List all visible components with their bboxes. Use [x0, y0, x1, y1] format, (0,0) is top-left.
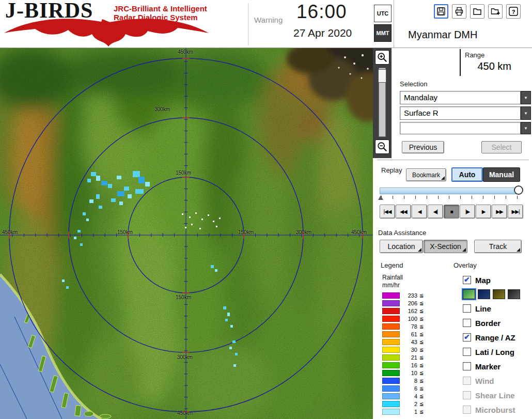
x-section-button[interactable]: X-Section: [424, 240, 467, 253]
overlay-marker-checkbox[interactable]: [463, 362, 471, 370]
product-dropdown[interactable]: Surface R ▼: [400, 106, 531, 120]
control-panel: Range 450 km Selection Mandalay ▼ Surfac…: [373, 48, 532, 419]
playback-prev-frame-button[interactable]: ◀|: [428, 205, 443, 219]
playback-fast-forward-button[interactable]: ▶▶: [492, 205, 507, 219]
playback-next-frame-button[interactable]: |▶: [460, 205, 475, 219]
overlay-border-checkbox[interactable]: [463, 319, 471, 327]
legend-value: 10: [404, 370, 417, 376]
zoom-slider-thumb[interactable]: [378, 69, 386, 83]
map-style-terrain-swatch[interactable]: [463, 289, 475, 299]
legend-value: 2: [404, 401, 417, 407]
legend-color-swatch: [382, 323, 400, 330]
legend-color-swatch: [382, 401, 400, 407]
legend-color-swatch: [382, 316, 400, 322]
open-folder-button[interactable]: [470, 4, 484, 19]
legend-title-line1: Rainfall: [382, 274, 403, 282]
menu-corner-icon: [441, 176, 445, 180]
overlay-line-label: Line: [475, 304, 491, 313]
menu-corner-icon: [517, 248, 520, 252]
playback-fast-rewind-button[interactable]: ◀◀: [396, 205, 411, 219]
option-dropdown[interactable]: ▼: [400, 122, 531, 134]
legend-color-swatch: [382, 354, 400, 361]
legend-row: 206≦: [382, 299, 424, 307]
playback-stop-button[interactable]: ■: [444, 205, 459, 219]
overlay-map[interactable]: Map: [463, 273, 530, 287]
timeline-track[interactable]: [380, 188, 519, 194]
previous-button[interactable]: Previous: [402, 141, 444, 153]
timeline-start-marker-icon: [378, 195, 383, 200]
selection-label: Selection: [400, 80, 427, 88]
playback-skip-start-button[interactable]: |◀◀: [380, 205, 395, 219]
map-style-navy-swatch[interactable]: [478, 289, 490, 299]
warning-label[interactable]: Warning: [254, 15, 283, 24]
product-dropdown-value[interactable]: Surface R: [400, 106, 521, 120]
timeline-tick: [438, 196, 439, 199]
less-equal-icon: ≦: [419, 316, 424, 321]
overlay-lati-long-checkbox[interactable]: [463, 348, 471, 356]
import-export-button[interactable]: [488, 4, 503, 19]
zoom-out-button[interactable]: [375, 139, 389, 154]
map-style-gray-swatch[interactable]: [508, 289, 520, 299]
replay-timeline[interactable]: [380, 185, 525, 203]
overlay-marker[interactable]: Marker: [463, 359, 530, 374]
overlay-lati-long[interactable]: Lati / Long: [463, 345, 530, 359]
overlay-map-checkbox[interactable]: [463, 276, 471, 284]
less-equal-icon: ≦: [419, 393, 424, 399]
overlay-range-az[interactable]: Range / AZ: [463, 330, 530, 345]
chevron-down-icon[interactable]: ▼: [521, 122, 531, 134]
playback-skip-end-button[interactable]: ▶▶|: [508, 205, 523, 219]
radar-map-svg[interactable]: [0, 48, 373, 419]
chevron-down-icon[interactable]: ▼: [521, 106, 531, 120]
zoom-in-button[interactable]: [375, 50, 389, 65]
legend-color-swatch: [382, 339, 400, 345]
overlay-line-checkbox[interactable]: [463, 304, 471, 313]
option-dropdown-value[interactable]: [400, 122, 521, 134]
legend-value: 4: [404, 393, 417, 399]
bookmark-button[interactable]: Bookmark: [406, 168, 446, 181]
print-button[interactable]: [452, 4, 466, 19]
legend-color-swatch: [382, 393, 400, 399]
zoom-slider[interactable]: [379, 68, 386, 137]
save-button[interactable]: [434, 4, 448, 19]
overlay-shear-line[interactable]: Shear Line: [463, 388, 530, 402]
overlay-line[interactable]: Line: [463, 301, 530, 316]
location-button[interactable]: Location: [380, 240, 423, 253]
timeline-tick: [460, 196, 461, 199]
replay-label: Replay: [381, 166, 402, 174]
site-dropdown-value[interactable]: Mandalay: [400, 91, 521, 104]
legend-value: 162: [404, 308, 417, 314]
select-button[interactable]: Select: [481, 141, 522, 153]
help-button[interactable]: ?: [506, 4, 521, 19]
timeline-tick: [517, 196, 518, 199]
legend-color-swatch: [382, 409, 400, 415]
timeline-tick: [483, 196, 483, 199]
overlay-microburst[interactable]: Microburst: [463, 402, 530, 417]
svg-text:?: ?: [512, 9, 515, 15]
panel-divider: [377, 160, 529, 160]
overlay-items: MapLineBorderRange / AZLati / LongMarker…: [463, 273, 530, 417]
map-style-olive-swatch[interactable]: [493, 289, 505, 299]
auto-mode-button[interactable]: Auto: [451, 167, 483, 182]
timeline-thumb[interactable]: [514, 185, 523, 195]
timeline-tick: [449, 196, 449, 199]
overlay-label: Overlay: [453, 261, 477, 269]
mmt-button[interactable]: MMT: [374, 24, 392, 42]
import-export-icon: [490, 6, 500, 17]
playback-step-forward-button[interactable]: ▶: [476, 205, 491, 219]
legend-color-swatch: [382, 385, 400, 392]
range-value: 450 km: [455, 60, 511, 72]
chevron-down-icon[interactable]: ▼: [521, 91, 531, 104]
manual-mode-button[interactable]: Manual: [483, 167, 520, 182]
legend-value: 6: [404, 385, 417, 392]
legend-color-swatch: [382, 331, 400, 337]
overlay-range-az-checkbox[interactable]: [463, 333, 471, 342]
site-dropdown[interactable]: Mandalay ▼: [400, 91, 531, 104]
track-button[interactable]: Track: [474, 240, 522, 253]
less-equal-icon: ≦: [419, 308, 424, 314]
legend-row: 61≦: [382, 330, 424, 338]
utc-button[interactable]: UTC: [374, 5, 392, 22]
overlay-wind[interactable]: Wind: [463, 374, 530, 388]
radar-map[interactable]: 450km300km150km150km300km450km450km150km…: [0, 48, 373, 419]
overlay-border[interactable]: Border: [463, 316, 530, 330]
playback-step-back-button[interactable]: ◀: [412, 205, 427, 219]
